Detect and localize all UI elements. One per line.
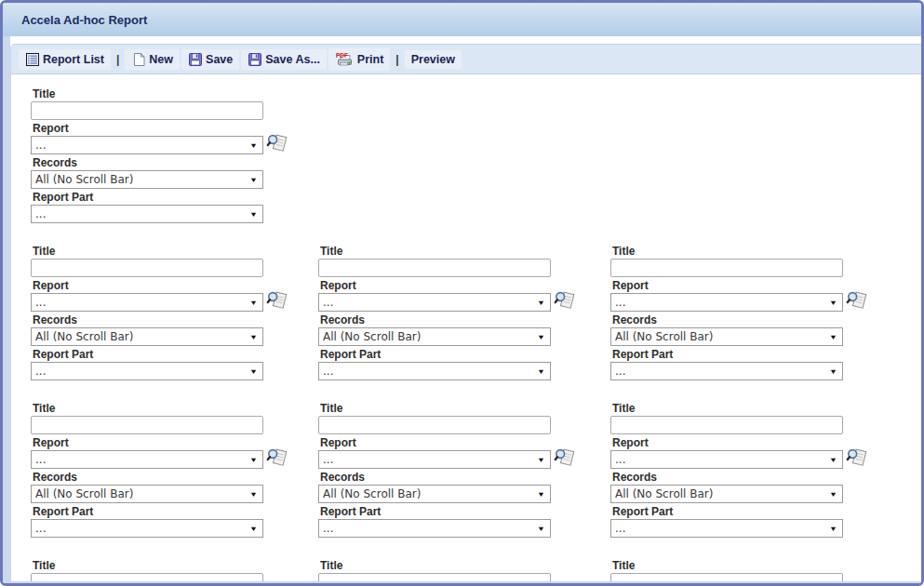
report-select-value: ... (35, 453, 46, 466)
new-document-icon (131, 52, 146, 67)
print-button[interactable]: PDF Print (328, 48, 390, 71)
dropdown-caret-icon: ▼ (829, 367, 837, 375)
records-select[interactable]: All (No Scroll Bar) ▼ (610, 485, 843, 503)
print-pdf-icon: PDF (335, 51, 355, 68)
report-select[interactable]: ... ▼ (31, 136, 263, 154)
records-select-value: All (No Scroll Bar) (323, 487, 421, 500)
preview-button[interactable]: Preview (405, 50, 462, 69)
report-part-select[interactable]: ... ▼ (31, 519, 263, 538)
report-part-select[interactable]: ... ▼ (318, 519, 551, 538)
dropdown-caret-icon: ▼ (537, 456, 545, 463)
report-lookup-icon[interactable] (846, 289, 868, 312)
dropdown-caret-icon: ▼ (249, 141, 258, 149)
report-part-select-value: ... (323, 365, 333, 378)
report-select[interactable]: ... ▼ (31, 450, 263, 469)
title-label: Title (33, 246, 263, 258)
report-part-select[interactable]: ... ▼ (318, 362, 551, 380)
report-select-value: ... (35, 139, 46, 152)
dropdown-caret-icon: ▼ (249, 525, 258, 532)
records-select[interactable]: All (No Scroll Bar) ▼ (610, 327, 843, 346)
save-icon (188, 52, 203, 67)
report-panel: Title Report ... ▼ Records All (No Scrol… (31, 88, 263, 223)
report-panel: Title Report ... ▼ Records All (No Scrol… (31, 246, 263, 380)
title-input[interactable] (610, 259, 843, 277)
report-select-value: ... (615, 453, 625, 466)
report-label: Report (33, 280, 263, 292)
records-select[interactable]: All (No Scroll Bar) ▼ (31, 170, 263, 189)
report-lookup-icon[interactable] (554, 446, 576, 469)
report-select[interactable]: ... ▼ (610, 450, 843, 469)
report-panel: Title Report ... ▼ Records All (No Scrol… (610, 560, 843, 583)
report-lookup-icon[interactable] (846, 446, 868, 469)
report-part-label: Report Part (320, 506, 551, 518)
report-select-wrap: ... ▼ (31, 293, 263, 312)
records-select-value: All (No Scroll Bar) (35, 173, 133, 186)
records-select-value: All (No Scroll Bar) (323, 330, 421, 343)
save-label: Save (206, 53, 233, 66)
pdf-badge: PDF (336, 51, 348, 58)
new-button[interactable]: New (125, 49, 180, 70)
dropdown-caret-icon: ▼ (249, 176, 258, 183)
report-part-select[interactable]: ... ▼ (610, 519, 843, 538)
title-input[interactable] (31, 101, 263, 120)
records-select[interactable]: All (No Scroll Bar) ▼ (31, 485, 263, 503)
report-part-select-value: ... (35, 522, 46, 535)
report-select[interactable]: ... ▼ (318, 293, 551, 312)
title-label: Title (33, 88, 263, 100)
dropdown-caret-icon: ▼ (829, 299, 837, 306)
save-as-label: Save As... (265, 53, 320, 66)
report-panel: Title Report ... ▼ Records All (No Scrol… (318, 403, 551, 538)
report-label: Report (612, 437, 843, 449)
report-select-value: ... (323, 453, 333, 466)
report-panel: Title Report ... ▼ Records All (No Scrol… (318, 560, 551, 583)
title-label: Title (320, 560, 551, 572)
title-label: Title (33, 560, 263, 572)
report-lookup-icon[interactable] (554, 289, 576, 312)
report-select-wrap: ... ▼ (31, 136, 263, 154)
save-button[interactable]: Save (181, 49, 239, 70)
report-list-label: Report List (43, 53, 104, 66)
report-label: Report (320, 437, 551, 449)
records-select[interactable]: All (No Scroll Bar) ▼ (31, 327, 263, 346)
report-select[interactable]: ... ▼ (610, 293, 843, 312)
title-input[interactable] (318, 259, 551, 277)
records-select[interactable]: All (No Scroll Bar) ▼ (318, 327, 551, 346)
report-lookup-icon[interactable] (266, 132, 288, 154)
title-input[interactable] (31, 259, 263, 277)
dropdown-caret-icon: ▼ (537, 333, 545, 340)
title-input[interactable] (318, 416, 551, 434)
records-label: Records (33, 472, 263, 484)
dropdown-caret-icon: ▼ (249, 210, 258, 218)
dropdown-caret-icon: ▼ (249, 333, 258, 340)
save-as-icon (248, 52, 262, 67)
report-designer-panel: Report List | New (10, 44, 921, 583)
title-label: Title (612, 403, 843, 415)
records-label: Records (320, 472, 551, 484)
title-label: Title (33, 403, 263, 415)
records-select[interactable]: All (No Scroll Bar) ▼ (318, 485, 551, 503)
report-select[interactable]: ... ▼ (31, 293, 263, 312)
records-label: Records (612, 472, 843, 484)
toolbar: Report List | New (11, 45, 921, 74)
records-select-value: All (No Scroll Bar) (615, 487, 713, 500)
report-select-wrap: ... ▼ (610, 450, 843, 469)
records-label: Records (612, 314, 843, 326)
title-label: Title (320, 246, 551, 258)
dropdown-caret-icon: ▼ (249, 367, 258, 375)
report-part-select[interactable]: ... ▼ (610, 362, 843, 380)
title-input[interactable] (610, 416, 843, 434)
report-panel: Title Report ... ▼ Records All (No Scrol… (610, 403, 843, 538)
report-part-select[interactable]: ... ▼ (31, 205, 263, 223)
preview-label: Preview (411, 53, 455, 66)
save-as-button[interactable]: Save As... (241, 49, 327, 70)
report-part-label: Report Part (612, 506, 843, 518)
report-lookup-icon[interactable] (266, 289, 288, 312)
report-label: Report (320, 280, 551, 292)
report-part-label: Report Part (33, 349, 263, 361)
title-input[interactable] (31, 416, 263, 434)
report-select[interactable]: ... ▼ (318, 450, 551, 469)
report-lookup-icon[interactable] (266, 446, 288, 469)
report-part-select-value: ... (35, 207, 46, 220)
report-part-select[interactable]: ... ▼ (31, 362, 263, 380)
report-list-button[interactable]: Report List (19, 49, 111, 70)
